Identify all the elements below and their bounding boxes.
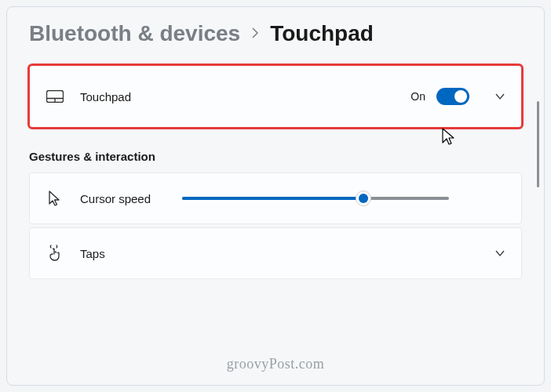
touchpad-toggle-card[interactable]: Touchpad On	[29, 65, 522, 128]
touchpad-toggle[interactable]	[436, 88, 469, 105]
toggle-state-text: On	[411, 90, 425, 103]
scrollbar[interactable]	[537, 101, 539, 187]
cursor-speed-slider[interactable]	[182, 197, 449, 200]
expand-taps-chevron[interactable]	[494, 249, 505, 257]
tap-gesture-icon	[46, 245, 64, 262]
cursor-speed-label: Cursor speed	[80, 192, 182, 205]
cursor-speed-card: Cursor speed	[29, 172, 522, 224]
breadcrumb: Bluetooth & devices Touchpad	[29, 21, 522, 46]
chevron-right-icon	[251, 25, 259, 43]
expand-touchpad-chevron[interactable]	[494, 93, 505, 100]
section-heading-gestures: Gestures & interaction	[29, 150, 522, 163]
touchpad-icon	[46, 90, 64, 103]
cursor-arrow-icon	[46, 190, 64, 207]
watermark-text: groovyPost.com	[227, 356, 325, 372]
taps-card[interactable]: Taps	[29, 227, 522, 279]
breadcrumb-parent-link[interactable]: Bluetooth & devices	[29, 21, 240, 46]
touchpad-label: Touchpad	[80, 90, 411, 103]
page-title: Touchpad	[270, 21, 374, 46]
slider-thumb[interactable]	[356, 191, 371, 206]
taps-label: Taps	[80, 247, 480, 260]
